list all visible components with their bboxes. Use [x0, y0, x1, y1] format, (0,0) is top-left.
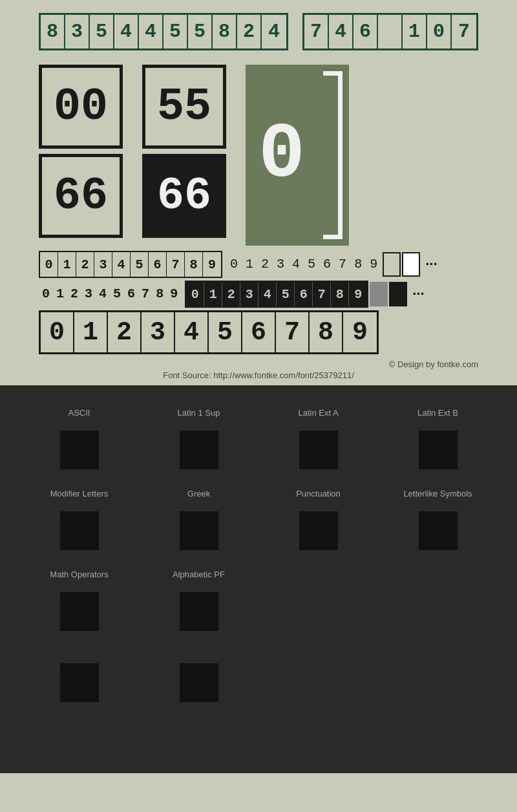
charset-label: Math Operators: [50, 570, 108, 579]
bracket-display: 0: [246, 65, 349, 246]
charset-math-operators[interactable]: Math Operators: [19, 560, 139, 641]
charset-label: Greek: [187, 489, 210, 498]
small-strip-inverted: 0 1 2 3 4 5 6 7 8 9: [185, 281, 368, 308]
charset-label: Letterlike Symbols: [403, 489, 472, 498]
charset-preview: [60, 511, 99, 550]
charset-preview: [180, 592, 218, 631]
charset-label: Latin Ext A: [298, 408, 338, 418]
top-digit-strips: 8 3 5 4 4 5 5 8 2 4 7 4 6 1 0 7: [39, 13, 478, 50]
digit-cell: 4: [329, 15, 353, 48]
digit-cell: 5: [164, 15, 188, 48]
charset-preview: [180, 431, 218, 469]
left-digit-strip: 8 3 5 4 4 5 5 8 2 4: [39, 13, 288, 50]
digit-cell: 3: [65, 15, 90, 48]
charset-empty-1: [258, 560, 378, 641]
charset-preview: [180, 663, 218, 702]
charset-preview: [419, 511, 458, 550]
charset-preview: [299, 431, 338, 469]
charset-latin1sup[interactable]: Latin 1 Sup: [139, 398, 258, 479]
digit-cell: 5: [90, 15, 114, 48]
number-box-55: 55: [142, 65, 226, 149]
small-digit-rows: 0 1 2 3 4 5 6 7 8 9 0 1 2 3 4 5 6 7 8 9 …: [39, 251, 478, 308]
credit-text: © Design by fontke.com: [0, 359, 478, 369]
digit-row-bold: 0 1 2 3 4 5 6 7 8 9 0 1 2 3 4 5 6 7 8 9 …: [39, 281, 478, 308]
charset-ascii[interactable]: ASCII: [19, 398, 139, 479]
charset-label: Punctuation: [296, 489, 341, 498]
charset-preview: [299, 511, 338, 550]
digit-cell: 0: [427, 15, 452, 48]
digit-cell: 7: [304, 15, 329, 48]
charset-label: Alphabetic PF: [173, 570, 225, 579]
charset-preview: [180, 511, 218, 550]
charset-alphabetic-pf[interactable]: Alphabetic PF: [139, 560, 258, 641]
digit-cell-empty: [378, 15, 403, 48]
charset-greek[interactable]: Greek: [139, 479, 258, 560]
charset-label: ASCII: [69, 408, 90, 418]
small-plain-digits: 0 1 2 3 4 5 6 7 8 9: [226, 252, 381, 277]
charset-label: Modifier Letters: [50, 489, 109, 498]
small-bold-digits: 0 1 2 3 4 5 6 7 8 9: [39, 282, 181, 306]
charset-modifier-letters[interactable]: Modifier Letters: [19, 479, 139, 560]
charset-preview: [60, 431, 99, 469]
charset-label: Latin Ext B: [417, 408, 458, 418]
charset-preview: [60, 663, 99, 702]
source-text: Font Source: http://www.fontke.com/font/…: [0, 370, 517, 380]
digit-row-outlined: 0 1 2 3 4 5 6 7 8 9 0 1 2 3 4 5 6 7 8 9 …: [39, 251, 478, 278]
ellipsis-icon: ···: [425, 256, 437, 273]
digit-cell: 2: [237, 15, 262, 48]
digit-cell: 8: [41, 15, 65, 48]
big-outline-strip: 0 1 2 3 4 5 6 7 8 9: [39, 310, 379, 354]
charset-extra-1[interactable]: [19, 641, 139, 712]
digit-cell: 8: [213, 15, 237, 48]
charset-latin-ext-a[interactable]: Latin Ext A: [258, 398, 378, 479]
digit-cell: 4: [114, 15, 139, 48]
charset-empty-2: [378, 560, 498, 641]
bottom-section: ASCII Latin 1 Sup Latin Ext A Latin Ext …: [0, 385, 517, 773]
digit-cell: 6: [353, 15, 378, 48]
digit-cell: 4: [262, 15, 286, 48]
right-digit-strip: 7 4 6 1 0 7: [302, 13, 478, 50]
digit-cell: 7: [452, 15, 476, 48]
digit-cell: 1: [403, 15, 427, 48]
charset-preview: [60, 592, 99, 631]
number-box-66-inv: 66: [142, 154, 226, 238]
charset-punctuation[interactable]: Punctuation: [258, 479, 378, 560]
charset-preview: [419, 431, 458, 469]
number-box-66: 66: [39, 154, 123, 238]
charset-label: Latin 1 Sup: [178, 408, 220, 418]
digit-cell: 4: [139, 15, 164, 48]
ellipsis-icon-2: ···: [412, 286, 424, 303]
small-strip-outlined: 0 1 2 3 4 5 6 7 8 9: [39, 251, 222, 278]
charset-extra-2[interactable]: [139, 641, 258, 712]
number-box-00: 00: [39, 65, 123, 149]
charset-grid: ASCII Latin 1 Sup Latin Ext A Latin Ext …: [0, 392, 517, 718]
digit-cell: 5: [188, 15, 213, 48]
charset-latin-ext-b[interactable]: Latin Ext B: [378, 398, 498, 479]
charset-letterlike[interactable]: Letterlike Symbols: [378, 479, 498, 560]
